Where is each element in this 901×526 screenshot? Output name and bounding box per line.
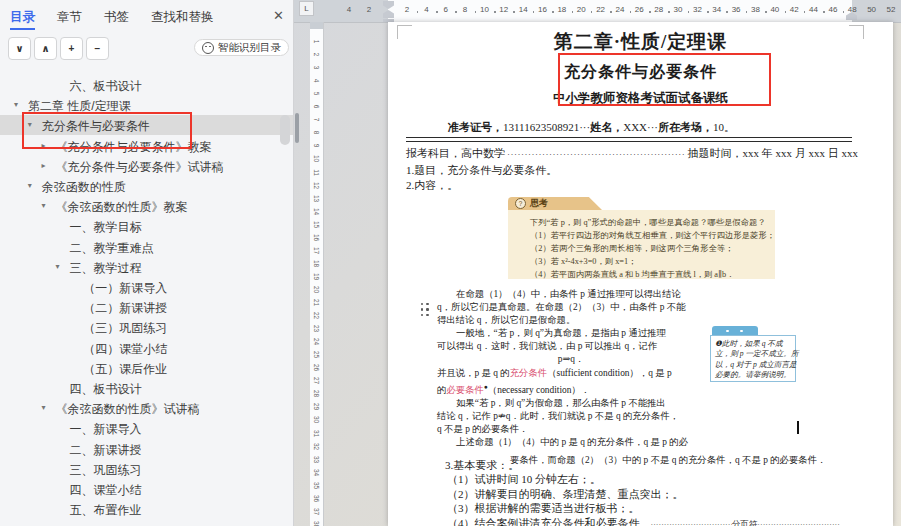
outline-item[interactable]: 三、巩固练习 <box>0 459 293 479</box>
chevron-down-icon[interactable]: ▾ <box>42 201 46 210</box>
outline-item[interactable]: 一、新课导入 <box>0 418 293 438</box>
ruler-number: 28 <box>313 388 320 399</box>
ruler-number: 4 <box>347 5 351 14</box>
requirement-line[interactable]: （3）根据讲解的需要适当进行板书；。 <box>447 501 640 516</box>
ruler-tick <box>688 11 690 13</box>
ruler-tick <box>417 11 419 13</box>
excerpt-line[interactable]: 上述命题（1）（4）中的 p 是 q 的充分条件，q 是 p 的必 <box>437 436 705 449</box>
outline-item[interactable]: ▾《余弦函数的性质》试讲稿 <box>0 398 293 418</box>
tab-书签[interactable]: 书签 <box>104 8 129 30</box>
ruler-tick <box>436 11 438 13</box>
doc-title[interactable]: 第二章·性质/定理课 <box>388 29 893 55</box>
ruler-tick <box>668 11 670 13</box>
outline-item[interactable]: 四、课堂小结 <box>0 479 293 499</box>
excerpt-line[interactable]: 得出结论 q，所以它们是假命题。 <box>437 314 705 327</box>
collapse-up-button[interactable]: ∧ <box>34 37 57 60</box>
tab-stop-selector[interactable]: L <box>299 1 314 16</box>
chevron-down-icon[interactable]: ▾ <box>14 100 18 109</box>
outline-item[interactable]: ▸《充分条件与必要条件》试讲稿 <box>0 156 293 176</box>
outline-item[interactable]: （四）课堂小结 <box>0 338 293 358</box>
close-icon[interactable]: ✕ <box>273 8 284 23</box>
navigation-pane: 目录章节书签查找和替换 ✕ ∨∧+− 智能识别目录 六、板书设计▾第二章 性质/… <box>0 0 294 526</box>
requirement-line[interactable]: （4）结合案例讲清充分条件和必要条件。·····················… <box>447 516 867 526</box>
requirements-title[interactable]: 3.基本要求：。 <box>445 458 519 473</box>
ruler-tick <box>765 11 767 13</box>
horizontal-ruler: L 42246810121416182022242628303234363840… <box>294 0 901 23</box>
chevron-down-icon[interactable]: ▾ <box>28 181 32 190</box>
exam-info-line[interactable]: 准考证号，13111623508921···姓名，XXX···所在考场，10。 <box>448 120 735 135</box>
exam-info-segment: 所在考场， <box>658 121 713 133</box>
requirement-line[interactable]: （2）讲解要目的明确、条理清楚、重点突出；。 <box>447 487 684 502</box>
subject-line[interactable]: 报考科目，高中数学 ······························… <box>406 146 858 161</box>
expand-all-button[interactable]: + <box>60 37 83 60</box>
topic-line[interactable]: 1.题目，充分条件与必要条件。 <box>406 163 557 178</box>
excerpt-line[interactable]: 的必要条件●（necessary condition）． <box>437 380 705 397</box>
tab-章节[interactable]: 章节 <box>57 8 82 30</box>
requirement-line[interactable]: （1）试讲时间 10 分钟左右；。 <box>447 472 601 487</box>
ruler-number: 2 <box>367 5 371 14</box>
annotation-box-outline <box>22 112 192 149</box>
excerpt-line[interactable]: q 不是 p 的必要条件． <box>437 423 705 436</box>
document-page[interactable]: 第二章·性质/定理课 充分条件与必要条件 中小学教师资格考试面试备课纸 准考证号… <box>388 22 893 526</box>
outline-item[interactable]: 五、布置作业 <box>0 499 293 519</box>
outline-item[interactable]: （二）新课讲授 <box>0 297 293 317</box>
outline-item[interactable]: 一、教学目标 <box>0 216 293 236</box>
excerpt-line[interactable]: 结论 q，记作 p⇏q．此时，我们就说 p 不是 q 的充分条件， <box>437 410 705 423</box>
expand-down-button[interactable]: ∨ <box>8 37 31 60</box>
outline-item[interactable]: （三）巩固练习 <box>0 317 293 337</box>
chevron-down-icon[interactable]: ▾ <box>42 403 46 412</box>
textbook-excerpt-text[interactable]: 在命题（1）（4）中，由条件 p 通过推理可以得出结论q，所以它们是真命题。在命… <box>437 288 705 467</box>
excerpt-line[interactable]: q，所以它们是真命题。在命题（2）（3）中，由条件 p 不能 <box>437 301 705 314</box>
smart-recognize-toc-button[interactable]: 智能识别目录 <box>194 39 289 56</box>
pane-splitter-handle[interactable] <box>295 113 299 143</box>
outline-item[interactable]: （一）新课导入 <box>0 277 293 297</box>
content-line[interactable]: 2.内容，。 <box>406 178 458 193</box>
pane-scrollbar-thumb[interactable] <box>280 115 290 145</box>
outline-item-label: 六、板书设计 <box>69 78 141 95</box>
ruler-number: 20 <box>577 5 586 14</box>
outline-item[interactable]: （五）课后作业 <box>0 358 293 378</box>
ruler-number: 30 <box>313 414 320 425</box>
outline-item[interactable]: 六、板书设计 <box>0 75 293 95</box>
think-box-body: 下列“若 p，则 q”形式的命题中，哪些是真命题？哪些是假命题？（1）若平行四边… <box>508 210 775 279</box>
outline-item[interactable]: ▾《余弦函数的性质》教案 <box>0 196 293 216</box>
ruler-number: 20 <box>313 284 320 295</box>
outline-item[interactable]: ▾三、教学过程 <box>0 257 293 277</box>
ruler-number: 8 <box>313 127 320 138</box>
excerpt-line[interactable]: 要条件，而命题（2）（3）中的 p 不是 q 的充分条件，q 不是 p 的必要条… <box>510 454 784 467</box>
ruler-number: 24 <box>616 5 625 14</box>
outline-item[interactable]: 四、板书设计 <box>0 378 293 398</box>
outline-item[interactable]: ▾余弦函数的性质 <box>0 176 293 196</box>
collapse-all-button[interactable]: − <box>86 37 109 60</box>
ruler-number: 10 <box>480 5 489 14</box>
tab-查找和替换[interactable]: 查找和替换 <box>151 8 214 30</box>
excerpt-line[interactable]: 在命题（1）（4）中，由条件 p 通过推理可以得出结论 <box>437 288 705 301</box>
ruler-number: 25 <box>313 349 320 360</box>
margin-note-callout: ❶此时，如果 q 不成立，则 p 一定不成立。所以，q 对于 p 成立而言是必要… <box>710 326 798 382</box>
margin-note-line: 必要的。请举例说明。 <box>715 370 791 380</box>
ruler-number: 4 <box>424 5 428 14</box>
excerpt-line[interactable]: 如果“若 p，则 q”为假命题，那么由条件 p 不能推出 <box>437 397 705 410</box>
object-drag-handle-icon[interactable] <box>421 303 430 319</box>
outline-item[interactable]: 二、教学重难点 <box>0 237 293 257</box>
ruler-number: 21 <box>313 297 320 308</box>
ruler-number: 35 <box>313 480 320 491</box>
excerpt-line[interactable]: p⇒q． <box>437 353 705 366</box>
ruler-number: 6 <box>443 5 447 14</box>
excerpt-line[interactable]: 一般地，“若 p，则 q”为真命题，是指由 p 通过推理 <box>437 327 705 340</box>
ruler-number: 2 <box>405 5 409 14</box>
ruler-number: 16 <box>538 5 547 14</box>
excerpt-line[interactable]: 可以得出 q．这时，我们就说，由 p 可以推出 q，记作 <box>437 340 705 353</box>
question-icon: ？ <box>515 198 526 209</box>
ruler-tick <box>572 11 574 13</box>
ruler-number: 10 <box>313 153 320 164</box>
chevron-down-icon[interactable]: ▾ <box>55 262 59 271</box>
outline-item[interactable]: 二、新课讲授 <box>0 439 293 459</box>
excerpt-line[interactable]: 并且说，p 是 q 的充分条件（sufficient condition），q … <box>437 367 705 380</box>
ruler-tick <box>455 11 457 13</box>
ruler-number: 30 <box>674 5 683 14</box>
chevron-right-icon[interactable]: ▸ <box>42 161 46 170</box>
outline-item-label: 四、板书设计 <box>69 381 141 398</box>
tab-目录[interactable]: 目录 <box>10 8 35 30</box>
ruler-tick <box>610 11 612 13</box>
